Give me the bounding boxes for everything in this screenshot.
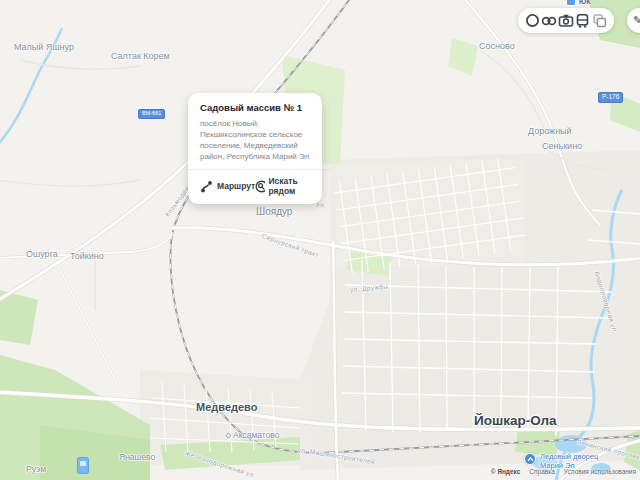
map-layers-toolbar xyxy=(518,8,614,33)
transit-icon[interactable] xyxy=(575,13,591,29)
road-number-badge: ВМ-661 xyxy=(138,109,165,119)
copyright-link[interactable]: © Яндекс xyxy=(491,468,521,475)
route-button[interactable]: Маршрут xyxy=(200,180,255,193)
place-label-aksamatovo[interactable]: Аксаматово xyxy=(233,430,280,440)
poi-square-icon xyxy=(566,0,576,6)
search-nearby-icon xyxy=(255,180,264,193)
poi-building-icon[interactable] xyxy=(77,457,89,474)
skating-icon xyxy=(524,453,536,465)
layers-icon[interactable] xyxy=(592,13,608,29)
place-info-card: Садовый массив № 1 посёлок Новый, Пекшик… xyxy=(188,93,322,204)
settlement-dot-marker xyxy=(226,433,231,438)
place-title: Садовый массив № 1 xyxy=(200,102,310,113)
place-address: посёлок Новый, Пекшиксолинское сельское … xyxy=(200,118,310,162)
poi-yuk[interactable]: ЮК xyxy=(566,0,591,6)
traffic-icon[interactable] xyxy=(524,13,540,29)
edit-pencil-icon: ✎ xyxy=(633,14,640,27)
map-canvas[interactable] xyxy=(0,0,640,480)
search-nearby-button[interactable]: Искать рядом xyxy=(255,176,310,196)
place-label-oshurga[interactable]: Ошурга xyxy=(26,249,58,259)
route-button-label: Маршрут xyxy=(217,181,255,191)
place-label-yanashevo[interactable]: Янашево xyxy=(119,452,155,462)
poi-yuk-label: ЮК xyxy=(579,0,591,5)
card-divider xyxy=(188,169,322,170)
place-label-toykino[interactable]: Тойкино xyxy=(70,251,104,261)
map-attribution: © Яндекс Справка Условия использования xyxy=(491,468,636,475)
place-label-ruem[interactable]: Руэм xyxy=(26,464,46,474)
camera-icon[interactable] xyxy=(558,13,574,29)
search-nearby-button-label: Искать рядом xyxy=(269,176,311,196)
place-label-dorozhny[interactable]: Дорожный xyxy=(528,126,572,136)
help-link[interactable]: Справка xyxy=(529,468,555,475)
place-label-saltak-korem[interactable]: Салтак Корем xyxy=(111,51,170,61)
terms-link[interactable]: Условия использования xyxy=(564,468,636,475)
place-label-senkino[interactable]: Сенькино xyxy=(542,141,582,151)
place-label-yoshkar-ola[interactable]: Йошкар-Ола xyxy=(474,413,557,428)
panoramas-icon[interactable] xyxy=(541,13,557,29)
map-app-window: Малый Яшнур Салтак Корем Сосново Дорожны… xyxy=(0,0,640,480)
route-icon xyxy=(200,180,213,193)
place-label-shoyadur[interactable]: Шоядур xyxy=(256,206,292,217)
place-label-maly-yashnur[interactable]: Малый Яшнур xyxy=(14,42,74,52)
place-label-medvedevo[interactable]: Медведево xyxy=(196,401,257,413)
road-number-badge: Р-176 xyxy=(598,92,623,103)
place-label-sosnovo[interactable]: Сосново xyxy=(479,41,515,51)
